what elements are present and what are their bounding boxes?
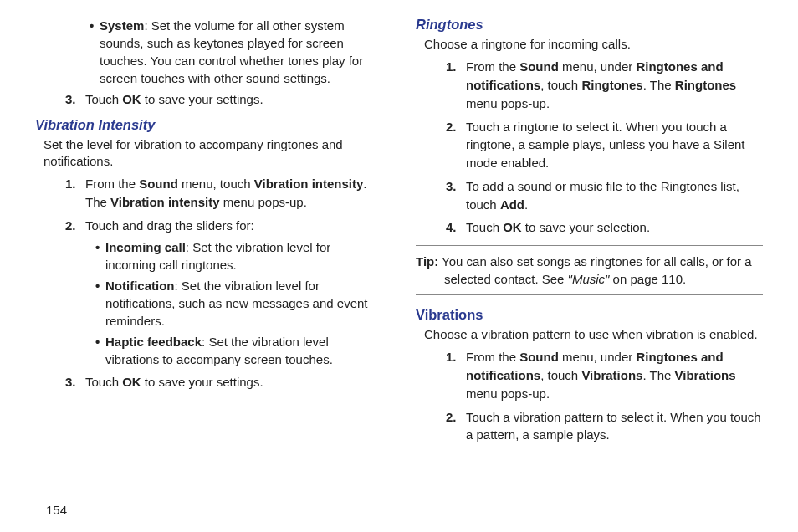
ring-step-2: Touch a ringtone to select it. When you … [466, 118, 763, 172]
ringtones-steps: From the Sound menu, under Ringtones and… [416, 58, 763, 237]
left-column: System: Set the volume for all other sys… [35, 17, 399, 524]
vibrations-intro: Choose a vibration pattern to use when v… [424, 326, 763, 343]
ringtones-intro: Choose a ringtone for incoming calls. [424, 36, 763, 53]
vibration-intensity-heading: Vibration Intensity [35, 117, 382, 133]
tip-label: Tip: [416, 254, 438, 269]
vibs-step-1: From the Sound menu, under Ringtones and… [466, 348, 763, 402]
vibrations-steps: From the Sound menu, under Ringtones and… [416, 348, 763, 444]
vib-step-3: Touch OK to save your settings. [85, 373, 382, 391]
vib-step-2: Touch and drag the sliders for: Incoming… [85, 217, 382, 368]
step-3: Touch OK to save your settings. [85, 90, 382, 109]
tip-block: Tip: You can also set songs as ringtones… [416, 245, 763, 295]
ring-step-3: To add a sound or music file to the Ring… [466, 177, 763, 214]
vibration-intensity-intro: Set the level for vibration to accompany… [43, 136, 382, 171]
vib-step-1: From the Sound menu, touch Vibration int… [85, 175, 382, 212]
ring-step-1: From the Sound menu, under Ringtones and… [466, 58, 763, 112]
vib-bullet-incoming: Incoming call: Set the vibration level f… [95, 238, 382, 274]
vibration-steps: From the Sound menu, touch Vibration int… [35, 175, 382, 391]
right-column: Ringtones Choose a ringtone for incoming… [399, 17, 763, 524]
page-number: 154 [46, 503, 67, 517]
tip-body: Tip: You can also set songs as ringtones… [416, 253, 763, 288]
system-label: System [100, 18, 144, 33]
vibs-step-2: Touch a vibration pattern to select it. … [466, 408, 763, 445]
system-bullet: System: Set the volume for all other sys… [90, 17, 382, 87]
manual-page: System: Set the volume for all other sys… [0, 0, 798, 532]
vib-bullet-notification: Notification: Set the vibration level fo… [95, 277, 382, 330]
vibrations-heading: Vibrations [416, 307, 763, 323]
vib-sub-bullets: Incoming call: Set the vibration level f… [85, 238, 382, 368]
tip-music-ref: "Music" [568, 272, 610, 286]
prior-steps-continued: Touch OK to save your settings. [35, 90, 382, 109]
ring-step-4: Touch OK to save your selection. [466, 218, 763, 237]
system-bullet-list: System: Set the volume for all other sys… [35, 17, 382, 87]
ringtones-heading: Ringtones [416, 17, 763, 33]
vib-bullet-haptic: Haptic feedback: Set the vibration level… [95, 333, 382, 368]
